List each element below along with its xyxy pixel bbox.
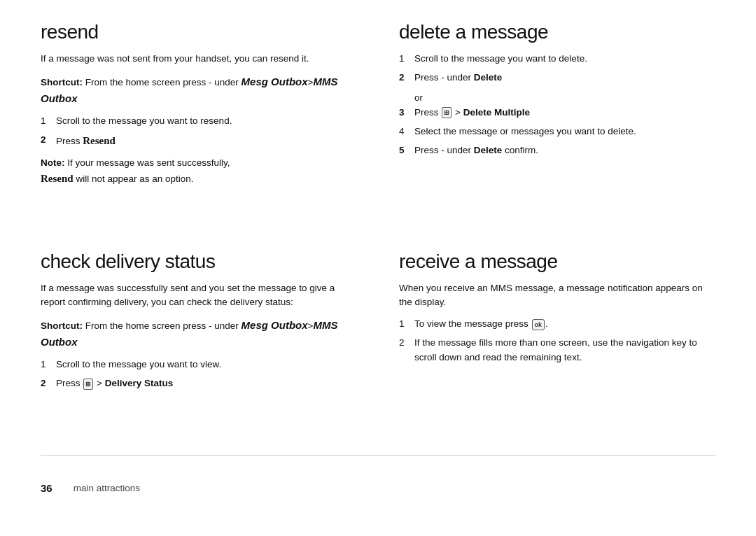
receive-step2-text: If the message fills more than one scree… <box>414 336 715 365</box>
check-shortcut-text: From the home screen press - under <box>83 320 241 331</box>
resend-shortcut: Shortcut: From the home screen press - u… <box>41 73 357 107</box>
resend-note-text: If your message was sent successfully, <box>65 157 230 168</box>
resend-step1-num: 1 <box>41 114 56 129</box>
delete-step4-text: Select the message or messages you want … <box>414 125 636 139</box>
delete-step2-num: 2 <box>399 71 414 85</box>
delete-step5-text2: confirm. <box>502 145 538 155</box>
delete-step1-text: Scroll to the message you want to delete… <box>414 52 587 66</box>
receive-section: receive a message When you receive an MM… <box>399 251 715 455</box>
delete-menu-icon: ⊞ <box>442 107 451 118</box>
receive-step1-text2: . <box>545 318 548 329</box>
receive-step1-text: To view the message press <box>414 318 531 329</box>
receive-title: receive a message <box>399 251 715 273</box>
resend-step2: 2 Press Resend <box>41 133 357 149</box>
check-shortcut-arrow: > <box>308 320 314 331</box>
receive-step1: 1 To view the message press ok. <box>399 317 715 332</box>
delete-step3-text: Press <box>414 107 441 118</box>
check-menu-icon: ⊞ <box>83 379 93 390</box>
check-intro: If a message was successfully sent and y… <box>41 281 357 311</box>
check-step2: 2 Press ⊞ > Delivery Status <box>41 376 357 391</box>
delete-step3-arrow: > <box>452 107 463 118</box>
delete-section: delete a message 1 Scroll to the message… <box>399 21 715 251</box>
delete-step5-text: Press - under <box>414 145 474 155</box>
receive-steps: 1 To view the message press ok. 2 If the… <box>399 317 715 365</box>
resend-step1: 1 Scroll to the message you want to rese… <box>41 114 357 129</box>
delete-steps: 1 Scroll to the message you want to dele… <box>399 52 715 85</box>
delete-step2: 2 Press - under Delete <box>399 71 715 85</box>
delete-step5-bold: Delete <box>474 145 503 155</box>
receive-step2-num: 2 <box>399 336 414 351</box>
page-number: 36 <box>41 482 52 494</box>
resend-title: resend <box>41 21 357 43</box>
resend-note: Note: If your message was sent successfu… <box>41 156 357 187</box>
check-step2-content: Press ⊞ > Delivery Status <box>56 376 173 391</box>
delete-step2-content: Press - under Delete <box>414 71 502 85</box>
receive-intro: When you receive an MMS message, a messa… <box>399 281 715 311</box>
delete-title: delete a message <box>399 21 715 43</box>
receive-step2: 2 If the message fills more than one scr… <box>399 336 715 365</box>
receive-step1-content: To view the message press ok. <box>414 317 548 332</box>
resend-step2-content: Press Resend <box>56 133 115 149</box>
delete-step5: 5 Press - under Delete confirm. <box>399 143 715 158</box>
resend-note-bold: Resend <box>41 173 74 184</box>
delete-step1: 1 Scroll to the message you want to dele… <box>399 52 715 66</box>
check-step2-bold: Delivery Status <box>105 378 174 388</box>
delete-step3-bold: Delete Multiple <box>463 107 530 118</box>
check-step2-num: 2 <box>41 376 56 391</box>
check-step2-arrow: > <box>94 378 104 388</box>
resend-shortcut-text: From the home screen press - under <box>83 77 241 87</box>
check-step1-num: 1 <box>41 358 56 372</box>
resend-steps: 1 Scroll to the message you want to rese… <box>41 114 357 149</box>
receive-step1-num: 1 <box>399 317 414 332</box>
delete-step5-num: 5 <box>399 143 414 158</box>
resend-section: resend If a message was not sent from yo… <box>41 21 357 251</box>
resend-shortcut-label: Shortcut: <box>41 77 83 87</box>
check-section: check delivery status If a message was s… <box>41 251 357 455</box>
check-shortcut: Shortcut: From the home screen press - u… <box>41 317 357 351</box>
delete-or: or <box>414 92 715 103</box>
delete-step4-num: 4 <box>399 125 414 139</box>
delete-step1-num: 1 <box>399 52 414 66</box>
check-step1: 1 Scroll to the message you want to view… <box>41 358 357 372</box>
delete-step3-content: Press ⊞ > Delete Multiple <box>414 106 530 120</box>
check-shortcut-label: Shortcut: <box>41 320 83 331</box>
resend-note-text2: will not appear as an option. <box>74 174 194 184</box>
receive-ok-icon: ok <box>532 319 545 330</box>
check-step2-text: Press <box>56 378 83 388</box>
page-footer: 36 main attractions <box>41 455 715 515</box>
delete-step4: 4 Select the message or messages you wan… <box>399 125 715 139</box>
delete-step2-text: Press - under <box>414 72 474 83</box>
resend-note-label: Note: <box>41 157 65 168</box>
check-steps: 1 Scroll to the message you want to view… <box>41 358 357 391</box>
delete-steps-2: 3 Press ⊞ > Delete Multiple 4 Select the… <box>399 106 715 158</box>
delete-step2-bold: Delete <box>474 72 503 83</box>
resend-step2-text: Press <box>56 136 83 146</box>
check-step1-text: Scroll to the message you want to view. <box>56 358 221 372</box>
footer-text: main attractions <box>74 483 140 493</box>
resend-step1-text: Scroll to the message you want to resend… <box>56 114 232 129</box>
delete-step3-num: 3 <box>399 106 414 120</box>
resend-shortcut-menu: Mesg Outbox <box>241 76 308 87</box>
delete-step5-content: Press - under Delete confirm. <box>414 143 538 158</box>
resend-step2-bold: Resend <box>83 135 115 146</box>
resend-intro: If a message was not sent from your hand… <box>41 52 357 66</box>
check-title: check delivery status <box>41 251 357 273</box>
resend-step2-num: 2 <box>41 133 56 148</box>
check-shortcut-menu: Mesg Outbox <box>241 319 308 331</box>
delete-step3: 3 Press ⊞ > Delete Multiple <box>399 106 715 120</box>
resend-shortcut-arrow: > <box>308 77 314 87</box>
